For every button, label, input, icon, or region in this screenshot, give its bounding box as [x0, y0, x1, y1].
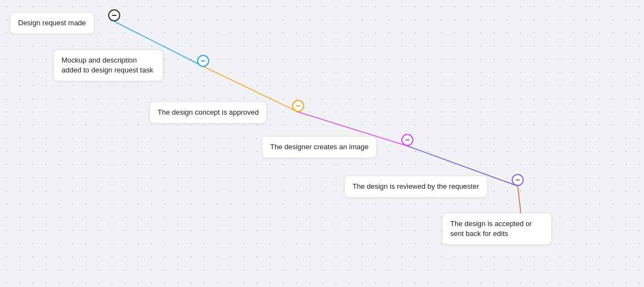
node-dot-node5 [512, 174, 524, 186]
node-box-node5: The design is reviewed by the requester [344, 176, 488, 198]
node-box-node6: The design is accepted or sent back for … [442, 213, 552, 245]
node-dot-node3 [292, 100, 304, 112]
node-box-node1: Design request made [10, 12, 94, 34]
node-box-node4: The designer creates an image [262, 136, 377, 158]
node-box-node3: The design concept is approved [149, 102, 267, 123]
node-dot-node4 [401, 134, 413, 146]
canvas: Design request madeMockup and descriptio… [0, 0, 644, 287]
node-dot-node1 [108, 9, 120, 21]
node-dot-node2 [197, 55, 209, 67]
node-box-node2: Mockup and description added to design r… [53, 49, 163, 81]
